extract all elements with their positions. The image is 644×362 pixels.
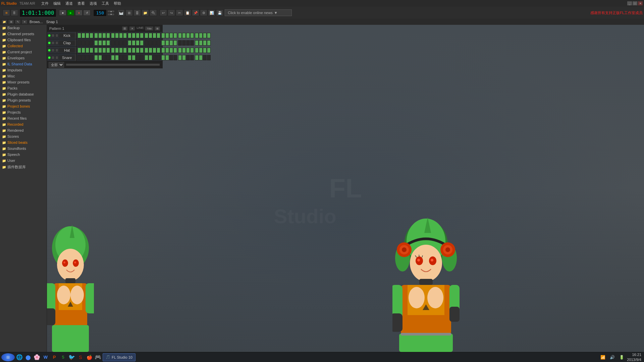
beat-step[interactable] [173,33,177,38]
beat-step[interactable] [140,40,144,46]
beat-step[interactable] [149,33,152,38]
beat-step[interactable] [199,55,203,60]
beat-step[interactable] [145,40,148,46]
beat-step[interactable] [199,33,203,38]
sidebar-item-collected[interactable]: 📁 Collected [0,43,47,49]
taskbar-program-fl-studio[interactable]: 🎵 FL Studio 10 [103,353,136,361]
beat-step[interactable] [86,55,89,60]
sidebar-item-backup[interactable]: 📁 Backup [0,25,47,31]
bpm-display[interactable]: 150 [93,9,107,16]
beat-step[interactable] [153,55,156,60]
hat-mute[interactable] [51,49,55,52]
beat-step[interactable] [157,33,160,38]
sidebar-item-recorded[interactable]: 📁 Recorded [0,121,47,127]
sidebar-item-speech[interactable]: 📁 Speech [0,152,47,158]
mixer-btn[interactable]: 🎚 [11,9,18,16]
piano-icon[interactable]: 🎹 [117,9,125,16]
menu-view[interactable]: 查看 [75,1,87,6]
beat-step[interactable] [165,40,169,46]
sidebar-item-projects[interactable]: 📁 Projects [0,109,47,115]
beat-close-btn[interactable]: ✕ [129,26,135,31]
beat-step[interactable] [186,55,190,60]
beat-step[interactable] [182,33,186,38]
tray-network[interactable]: 📶 [599,353,607,361]
kick-led[interactable] [48,34,51,37]
tab-btn2[interactable]: ⊞ [154,26,160,31]
beat-step[interactable] [77,40,81,46]
beat-step[interactable] [149,48,152,53]
beat-step[interactable] [207,40,211,46]
beat-step[interactable] [203,55,207,60]
beat-step[interactable] [178,40,182,46]
beat-step[interactable] [128,33,131,38]
system-clock[interactable]: 16:21 2013/9/4 [627,352,641,362]
taskbar-icon-twitter[interactable]: 🐦 [68,353,76,361]
beat-step[interactable] [82,48,85,53]
sidebar-item-user[interactable]: 📁 User [0,158,47,164]
beat-step[interactable] [94,40,98,46]
menu-channel[interactable]: 通道 [63,1,75,6]
beat-step[interactable] [119,55,123,60]
beat-step[interactable] [102,55,106,60]
bpm-down[interactable]: ▼ [107,13,115,16]
sidebar-item-rendered[interactable]: 📁 Rendered [0,127,47,133]
close-btn[interactable]: ✕ [638,1,643,5]
beat-step[interactable] [82,33,85,38]
record-btn[interactable]: ● [75,10,83,16]
clap-mute[interactable] [51,41,55,45]
beat-step[interactable] [169,48,173,53]
maximize-btn[interactable]: □ [633,1,637,5]
beat-step[interactable] [111,40,115,46]
beat-step[interactable] [128,55,131,60]
kick-mute[interactable] [51,34,55,37]
taskbar-icon-ppt[interactable]: P [50,353,58,361]
beat-step[interactable] [190,40,194,46]
undo-icon[interactable]: ↩ [160,9,167,16]
beat-step[interactable] [182,48,186,53]
beat-step[interactable] [77,48,81,53]
sidebar-item-current-project[interactable]: 📁 Current project [0,49,47,55]
mixer-icon[interactable]: 🎛 [133,9,141,16]
kick-solo[interactable] [55,34,59,37]
beat-step[interactable] [128,40,131,46]
beat-step[interactable] [136,55,140,60]
beat-step[interactable] [82,55,85,60]
beat-step[interactable] [136,48,140,53]
sidebar-item-envelopes[interactable]: 📁 Envelopes [0,55,47,61]
sidebar-item-scores[interactable]: 📁 Scores [0,133,47,139]
taskbar-icon-game[interactable]: 🎮 [94,353,102,361]
loop-btn[interactable]: ↺ [83,10,91,16]
beat-step[interactable] [145,33,148,38]
beat-step[interactable] [203,48,207,53]
menu-tools[interactable]: 工具 [100,1,111,6]
taskbar-icon-chrome[interactable]: ⬤ [24,353,32,361]
beat-step[interactable] [111,55,115,60]
beat-step[interactable] [123,33,127,38]
beat-step[interactable] [140,55,144,60]
beat-step[interactable] [98,48,102,53]
beat-step[interactable] [94,48,98,53]
beat-step[interactable] [102,48,106,53]
beat-step[interactable] [203,33,207,38]
sidebar-item-recent-files[interactable]: 📁 Recent files [0,115,47,121]
beat-step[interactable] [82,40,85,46]
beat-step[interactable] [115,48,119,53]
beat-step[interactable] [157,48,160,53]
bpm-up[interactable]: ▲ [107,10,115,13]
hat-solo[interactable] [55,49,59,52]
beat-step[interactable] [153,33,156,38]
sidebar-item-plugin-db-cn[interactable]: 📁 插件数据库 [0,164,47,171]
tool1[interactable]: ⊞ [8,19,14,24]
beat-step[interactable] [157,40,160,46]
beat-step[interactable] [111,33,115,38]
beat-step[interactable] [123,40,127,46]
copy-icon[interactable]: 📋 [184,9,191,16]
hat-led[interactable] [48,49,51,52]
browser-toggle[interactable]: 📁 [1,19,7,24]
beat-step[interactable] [186,40,190,46]
beat-step[interactable] [178,55,182,60]
snare-led[interactable] [48,56,51,59]
tool3[interactable]: ✕ [21,19,28,24]
beat-step[interactable] [106,33,110,38]
taskbar-icon-app2[interactable]: S [76,353,85,361]
